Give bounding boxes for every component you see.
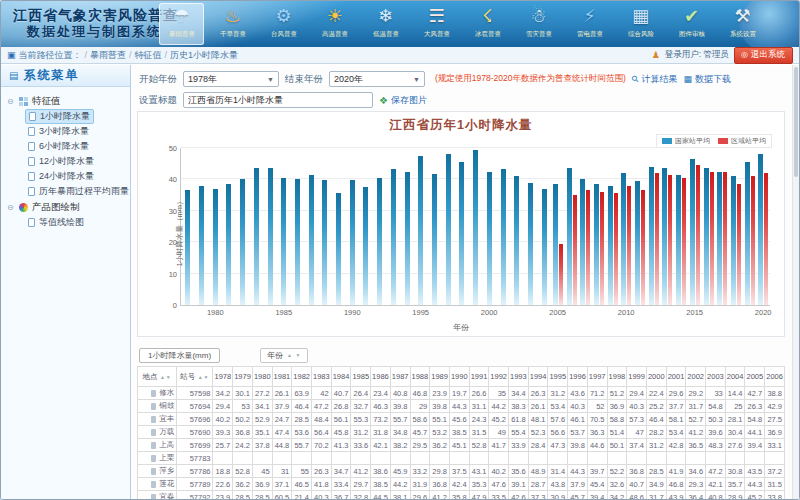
toolbar-item-low-temp[interactable]: ❄低温普查 bbox=[363, 3, 408, 45]
bar-national-1981[interactable] bbox=[226, 184, 231, 305]
bar-regional-2016[interactable] bbox=[710, 172, 714, 305]
bar-national-1994[interactable] bbox=[405, 172, 410, 305]
bar-national-1995[interactable] bbox=[418, 156, 423, 305]
chart-title-input[interactable] bbox=[183, 92, 373, 108]
sidebar-item-3小时降水量[interactable]: 3小时降水量 bbox=[25, 124, 92, 139]
bar-regional-2012[interactable] bbox=[655, 173, 659, 305]
bar-national-1993[interactable] bbox=[391, 169, 396, 305]
collapse-icon[interactable]: ⊖ bbox=[7, 97, 15, 106]
bar-national-1992[interactable] bbox=[377, 178, 382, 305]
sidebar-item-12小时降水量[interactable]: 12小时降水量 bbox=[25, 154, 97, 169]
save-image-link[interactable]: ❖ 保存图片 bbox=[379, 94, 427, 107]
column-header-station[interactable]: 地点 ▲▼ bbox=[138, 367, 177, 387]
sidebar-item-等值线绘图[interactable]: 等值线绘图 bbox=[25, 215, 87, 230]
toolbar-item-drought[interactable]: ♨干旱普查 bbox=[210, 3, 255, 45]
station-name-cell[interactable]: 宜丰 bbox=[138, 413, 177, 426]
station-name-cell[interactable]: 上高 bbox=[138, 439, 177, 452]
bar-national-1996[interactable] bbox=[432, 174, 437, 305]
bar-regional-2010[interactable] bbox=[627, 186, 631, 305]
toolbar-item-map-audit[interactable]: ✔图件审核 bbox=[669, 3, 714, 45]
sidebar-section-特征值[interactable]: ⊖特征值 bbox=[7, 93, 128, 109]
bar-national-2018[interactable] bbox=[731, 176, 736, 305]
bar-national-2012[interactable] bbox=[649, 167, 654, 305]
bar-regional-2007[interactable] bbox=[586, 190, 590, 305]
station-name-cell[interactable]: 万载 bbox=[138, 426, 177, 439]
toolbar-item-lightning[interactable]: ⚡雷电普查 bbox=[567, 3, 612, 45]
scrollbar-thumb[interactable] bbox=[794, 67, 798, 177]
station-name-cell[interactable]: 莲花 bbox=[138, 478, 177, 491]
bar-national-1998[interactable] bbox=[459, 162, 464, 305]
legend-item[interactable]: 国家站平均 bbox=[662, 136, 710, 146]
bar-national-1982[interactable] bbox=[240, 179, 245, 305]
bar-national-1986[interactable] bbox=[295, 179, 300, 305]
end-year-select[interactable]: 2020年 ▼ bbox=[329, 71, 425, 87]
bar-regional-2017[interactable] bbox=[723, 172, 727, 305]
calc-result-link[interactable]: ⚲ 计算结果 bbox=[632, 73, 678, 86]
bar-regional-2019[interactable] bbox=[751, 176, 755, 305]
bar-national-1979[interactable] bbox=[199, 186, 204, 305]
bar-national-1983[interactable] bbox=[254, 168, 259, 305]
bar-national-2002[interactable] bbox=[514, 176, 519, 305]
bar-national-1988[interactable] bbox=[322, 180, 327, 305]
bar-national-1999[interactable] bbox=[473, 150, 478, 305]
station-name-cell[interactable]: 宜春 bbox=[138, 491, 177, 500]
sidebar-item-24小时降水量[interactable]: 24小时降水量 bbox=[25, 169, 97, 184]
year-sort-control[interactable]: 年份 ▲ ▼ bbox=[260, 348, 308, 363]
bar-national-2015[interactable] bbox=[690, 159, 695, 305]
bar-regional-2008[interactable] bbox=[600, 192, 604, 305]
bar-national-2005[interactable] bbox=[553, 184, 558, 305]
bar-regional-2006[interactable] bbox=[573, 195, 577, 305]
bar-national-1984[interactable] bbox=[268, 168, 273, 305]
logout-button[interactable]: ◎ 退出系统 bbox=[734, 47, 793, 64]
table-horizontal-scroll[interactable]: 地点 ▲▼站号 ▲▼197819791980198119821983198419… bbox=[137, 366, 785, 500]
start-year-select[interactable]: 1978年 ▼ bbox=[183, 71, 279, 87]
breadcrumb-item[interactable]: 特征值 bbox=[135, 50, 162, 60]
bar-national-2004[interactable] bbox=[542, 189, 547, 305]
bar-national-1990[interactable] bbox=[350, 180, 355, 305]
toolbar-item-hail[interactable]: ☇冰雹普查 bbox=[465, 3, 510, 45]
bar-national-2009[interactable] bbox=[608, 186, 613, 305]
bar-national-2007[interactable] bbox=[580, 179, 585, 305]
bar-national-2019[interactable] bbox=[745, 162, 750, 305]
toolbar-item-snow[interactable]: ☃雪灾普查 bbox=[516, 3, 561, 45]
bar-national-1980[interactable] bbox=[213, 189, 218, 305]
bar-national-2008[interactable] bbox=[594, 184, 599, 305]
breadcrumb-item[interactable]: 暴雨普查 bbox=[90, 50, 126, 60]
bar-regional-2018[interactable] bbox=[737, 184, 741, 305]
toolbar-item-settings[interactable]: ⚒系统设置 bbox=[720, 3, 765, 45]
bar-national-2014[interactable] bbox=[676, 175, 681, 305]
bar-regional-2011[interactable] bbox=[641, 190, 645, 305]
bar-regional-2005[interactable] bbox=[559, 244, 563, 305]
station-name-cell[interactable]: 铜鼓 bbox=[138, 400, 177, 413]
bar-regional-2014[interactable] bbox=[682, 178, 686, 305]
sidebar-item-6小时降水量[interactable]: 6小时降水量 bbox=[25, 139, 92, 154]
bar-national-2016[interactable] bbox=[704, 168, 709, 305]
bar-national-2020[interactable] bbox=[758, 154, 763, 305]
collapse-icon[interactable]: ⊖ bbox=[7, 203, 15, 212]
bar-national-2017[interactable] bbox=[717, 172, 722, 305]
breadcrumb-item[interactable]: 历史1小时降水量 bbox=[170, 50, 238, 60]
bar-national-2006[interactable] bbox=[567, 168, 572, 305]
sidebar-section-产品图绘制[interactable]: ⊖产品图绘制 bbox=[7, 199, 128, 215]
station-name-cell[interactable]: 修水 bbox=[138, 387, 177, 400]
toolbar-item-rainstorm[interactable]: ☂暴雨普查 bbox=[159, 3, 204, 45]
toolbar-item-wind[interactable]: ☴大风普查 bbox=[414, 3, 459, 45]
data-download-link[interactable]: ▦ 数据下载 bbox=[683, 73, 731, 86]
column-header-id[interactable]: 站号 ▲▼ bbox=[177, 367, 213, 387]
bar-national-1985[interactable] bbox=[281, 178, 286, 305]
bar-national-2001[interactable] bbox=[501, 169, 506, 305]
station-name-cell[interactable]: 上栗 bbox=[138, 452, 177, 465]
bar-regional-2009[interactable] bbox=[614, 193, 618, 305]
bar-national-1987[interactable] bbox=[309, 175, 314, 305]
bar-regional-2013[interactable] bbox=[668, 175, 672, 305]
bar-national-2003[interactable] bbox=[528, 183, 533, 305]
sidebar-item-1小时降水量[interactable]: 1小时降水量 bbox=[25, 109, 94, 124]
bar-national-2000[interactable] bbox=[487, 172, 492, 305]
bar-national-1978[interactable] bbox=[185, 190, 190, 305]
station-name-cell[interactable]: 萍乡 bbox=[138, 465, 177, 478]
sidebar-item-历年暴雨过程平均雨量[interactable]: 历年暴雨过程平均雨量 bbox=[25, 184, 132, 199]
toolbar-item-risk-calc[interactable]: ▦综合风险 bbox=[618, 3, 663, 45]
toolbar-item-typhoon[interactable]: ⚙台风普查 bbox=[261, 3, 306, 45]
bar-national-2013[interactable] bbox=[662, 168, 667, 305]
bar-regional-2020[interactable] bbox=[764, 173, 768, 305]
